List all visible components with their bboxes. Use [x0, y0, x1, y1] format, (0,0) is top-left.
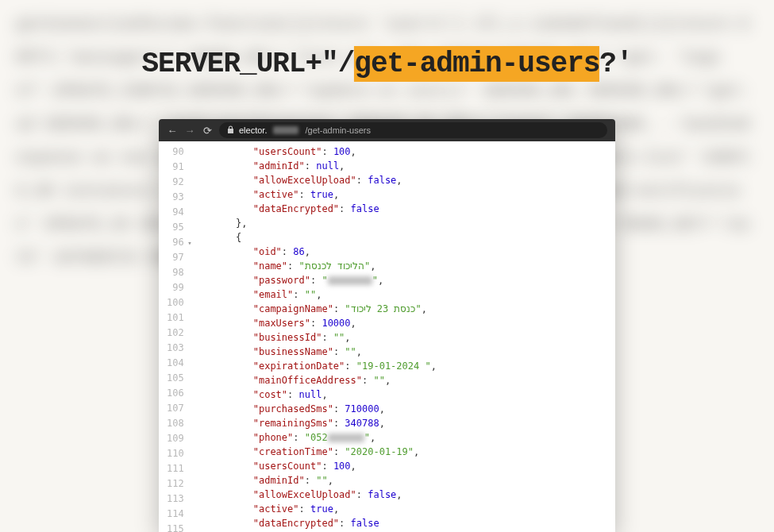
- line-number-gutter: 90 91 92 93 94 95 96▾97 98 99 100 101 10…: [159, 141, 197, 532]
- forward-icon[interactable]: →: [184, 125, 195, 137]
- lock-icon: [227, 125, 234, 135]
- back-icon[interactable]: ←: [167, 125, 178, 137]
- url-domain: elector.: [239, 125, 267, 135]
- header-code-snippet: SERVER_URL+"/get-admin-users?': [141, 48, 632, 80]
- browser-toolbar: ← → ⟳ elector./get-admin-users: [159, 119, 615, 141]
- json-code-body: "usersCount": 100, "adminId": null, "all…: [197, 141, 437, 532]
- json-response-viewer: 90 91 92 93 94 95 96▾97 98 99 100 101 10…: [159, 141, 615, 532]
- url-path: /get-admin-users: [305, 125, 371, 135]
- address-bar[interactable]: elector./get-admin-users: [219, 122, 607, 138]
- url-redacted: [273, 126, 298, 134]
- reload-icon[interactable]: ⟳: [202, 125, 213, 137]
- browser-window: ← → ⟳ elector./get-admin-users 90 91 92 …: [159, 119, 615, 532]
- snippet-suffix: ?': [599, 48, 632, 80]
- snippet-highlighted: get-admin-users: [354, 46, 599, 82]
- snippet-prefix: SERVER_URL+"/: [141, 48, 354, 80]
